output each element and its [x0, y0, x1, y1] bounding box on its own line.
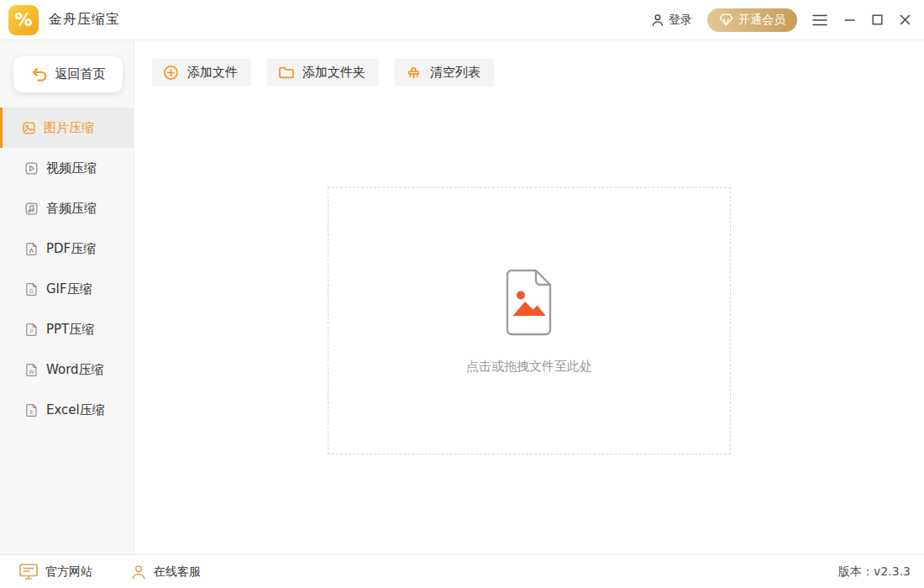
menu-button[interactable]: [804, 8, 836, 33]
diamond-icon: [719, 13, 733, 26]
hamburger-icon: [812, 14, 827, 26]
sidebar-item-excel-compress[interactable]: E Excel压缩: [0, 390, 134, 430]
sidebar-menu: 图片压缩 视频压缩 音频压缩 PDF压缩: [0, 108, 134, 430]
sidebar-item-word-compress[interactable]: W Word压缩: [0, 349, 134, 390]
excel-file-icon: E: [24, 403, 39, 417]
app-logo-icon: %: [8, 5, 39, 35]
online-support-label: 在线客服: [154, 564, 201, 580]
close-icon: [900, 14, 911, 25]
monitor-icon: [18, 563, 39, 580]
titlebar-actions: 登录 开通会员: [650, 8, 924, 33]
sidebar: 返回首页 图片压缩 视频压缩 音频压缩: [0, 40, 134, 554]
membership-label: 开通会员: [738, 13, 785, 28]
user-icon: [650, 13, 665, 28]
support-person-icon: [130, 564, 147, 580]
add-files-button[interactable]: 添加文件: [152, 59, 251, 87]
maximize-icon: [872, 14, 883, 25]
minimize-button[interactable]: [836, 8, 864, 32]
gif-file-icon: G: [24, 282, 39, 297]
official-website-label: 官方网站: [45, 564, 92, 580]
sidebar-item-gif-compress[interactable]: G GIF压缩: [0, 269, 134, 309]
sidebar-item-label: 图片压缩: [44, 120, 94, 136]
image-file-icon: [502, 268, 556, 337]
title-bar: % 金舟压缩宝 登录 开通会员: [0, 0, 924, 40]
sidebar-item-label: PDF压缩: [46, 241, 96, 257]
logo-glyph: %: [14, 10, 32, 30]
app-title: 金舟压缩宝: [49, 11, 120, 29]
login-button[interactable]: 登录: [650, 13, 692, 28]
file-letter: P: [30, 328, 34, 334]
image-icon: [22, 121, 36, 135]
back-home-button[interactable]: 返回首页: [13, 56, 123, 92]
login-label: 登录: [669, 13, 692, 28]
sidebar-item-image-compress[interactable]: 图片压缩: [0, 108, 134, 148]
sidebar-item-ppt-compress[interactable]: P PPT压缩: [0, 309, 134, 349]
minimize-icon: [844, 14, 855, 25]
video-icon: [24, 161, 39, 176]
undo-arrow-icon: [31, 67, 48, 82]
add-files-label: 添加文件: [187, 65, 238, 81]
sidebar-item-audio-compress[interactable]: 音频压缩: [0, 188, 134, 228]
plus-circle-icon: [163, 65, 179, 81]
broom-icon: [406, 66, 422, 81]
ppt-file-icon: P: [24, 323, 39, 337]
file-letter: E: [29, 408, 33, 415]
open-membership-button[interactable]: 开通会员: [707, 8, 797, 32]
sidebar-item-label: GIF压缩: [46, 281, 92, 297]
sidebar-item-label: Excel压缩: [46, 402, 105, 418]
sidebar-item-label: 音频压缩: [46, 201, 97, 217]
toolbar: 添加文件 添加文件夹 清空列表: [152, 59, 494, 87]
sidebar-item-label: PPT压缩: [46, 322, 94, 338]
sidebar-item-video-compress[interactable]: 视频压缩: [0, 148, 134, 188]
audio-icon: [24, 202, 39, 216]
online-support-link[interactable]: 在线客服: [130, 564, 201, 580]
version-label: 版本：v2.3.3: [838, 564, 911, 580]
clear-list-button[interactable]: 清空列表: [395, 59, 494, 87]
footer-bar: 官方网站 在线客服 版本：v2.3.3: [0, 554, 924, 588]
add-folder-button[interactable]: 添加文件夹: [267, 59, 379, 87]
sidebar-item-label: 视频压缩: [46, 160, 97, 176]
back-home-label: 返回首页: [55, 66, 106, 82]
word-file-icon: W: [24, 363, 39, 377]
maximize-button[interactable]: [864, 8, 891, 32]
pdf-file-icon: [24, 242, 39, 256]
sidebar-item-label: Word压缩: [46, 362, 104, 378]
file-drop-zone[interactable]: 点击或拖拽文件至此处: [328, 187, 731, 454]
drop-hint-text: 点击或拖拽文件至此处: [466, 359, 592, 375]
close-button[interactable]: [891, 8, 919, 32]
add-folder-label: 添加文件夹: [302, 65, 365, 81]
official-website-link[interactable]: 官方网站: [18, 563, 92, 580]
sidebar-item-pdf-compress[interactable]: PDF压缩: [0, 228, 134, 269]
main-content: 添加文件 添加文件夹 清空列表 点击或拖拽文件至此处: [135, 40, 924, 554]
folder-icon: [278, 66, 294, 80]
file-letter: G: [29, 287, 34, 294]
file-letter: W: [29, 368, 34, 375]
clear-list-label: 清空列表: [430, 65, 480, 81]
